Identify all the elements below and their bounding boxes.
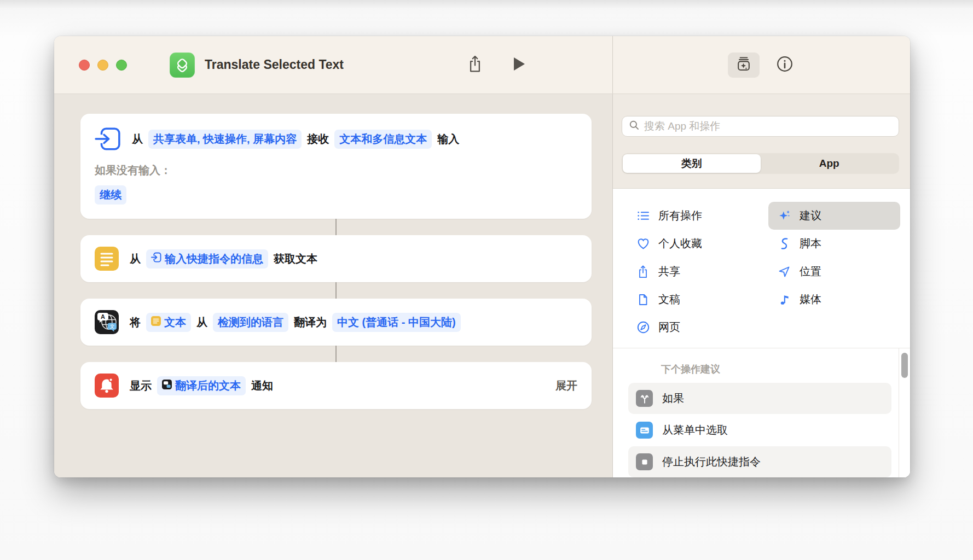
category-all-actions[interactable]: 所有操作 [636, 202, 768, 230]
next-action-suggestions: 下个操作建议 如果 [613, 348, 910, 477]
action-card-show-notification[interactable]: 显示 翻译后的文本 通知 展开 [80, 362, 592, 409]
category-location[interactable]: 位置 [768, 258, 900, 285]
shortcut-input-variable-token[interactable]: 输入快捷指令的信息 [146, 249, 268, 269]
category-media[interactable]: 媒体 [768, 285, 900, 313]
search-input[interactable] [644, 120, 892, 132]
sidebar-search-section: 类别 App [613, 94, 910, 189]
translated-text-variable-token[interactable]: 翻译后的文本 [157, 376, 246, 395]
variable-label: 输入快捷指令的信息 [165, 252, 263, 266]
action-text: 显示 [130, 378, 152, 393]
stop-shortcut-icon [636, 453, 653, 470]
category-web[interactable]: 网页 [636, 313, 768, 341]
category-suggestions[interactable]: 建议 [768, 202, 900, 230]
window-content: 从 共享表单, 快速操作, 屏幕内容 接收 文本和多信息文本 输入 如果没有输入… [54, 94, 910, 477]
text-variable-token[interactable]: 文本 [146, 313, 191, 332]
action-card-get-text[interactable]: 从 输入快捷指令的信息 [80, 235, 592, 282]
action-text: 接收 [307, 132, 329, 147]
svg-text:A: A [101, 313, 105, 320]
mini-shortcut-input-icon [151, 252, 161, 265]
web-compass-icon [636, 320, 650, 335]
variable-label: 文本 [164, 315, 186, 330]
share-icon [467, 55, 483, 75]
action-library-icon [735, 56, 752, 74]
expand-button[interactable]: 展开 [555, 378, 577, 393]
text-icon [95, 247, 119, 271]
category-label: 个人收藏 [658, 236, 702, 251]
library-tabs: 类别 App [622, 153, 899, 174]
titlebar-left: Translate Selected Text [54, 36, 613, 94]
if-icon [636, 390, 653, 407]
category-list: 所有操作 个人收藏 [613, 189, 910, 348]
input-types-token[interactable]: 文本和多信息文本 [334, 130, 432, 149]
translate-icon: A 文 [95, 310, 119, 334]
suggestion-if[interactable]: 如果 [628, 383, 891, 414]
scripting-icon [777, 237, 791, 251]
search-icon [629, 120, 640, 133]
action-text: 从 [132, 132, 143, 147]
tab-categories[interactable]: 类别 [623, 154, 761, 173]
variable-label: 翻译后的文本 [175, 378, 241, 393]
tab-apps[interactable]: App [761, 154, 899, 173]
run-shortcut-button[interactable] [512, 56, 526, 73]
category-label: 所有操作 [658, 208, 702, 223]
category-label: 文稿 [658, 292, 680, 307]
action-card-receive-input[interactable]: 从 共享表单, 快速操作, 屏幕内容 接收 文本和多信息文本 输入 如果没有输入… [80, 114, 592, 219]
shortcuts-app-icon [170, 52, 195, 78]
category-documents[interactable]: 文稿 [636, 285, 768, 313]
category-label: 建议 [800, 208, 821, 223]
suggestion-stop-shortcut[interactable]: 停止执行此快捷指令 [628, 446, 891, 477]
no-input-behavior-token[interactable]: 继续 [95, 185, 126, 205]
suggestions-sparkle-icon [777, 209, 791, 223]
action-text: 翻译为 [294, 315, 327, 330]
mini-translate-icon [162, 380, 172, 392]
scrollbar-track[interactable] [899, 348, 910, 477]
action-text: 输入 [437, 132, 459, 147]
shortcut-editor: 从 共享表单, 快速操作, 屏幕内容 接收 文本和多信息文本 输入 如果没有输入… [54, 94, 613, 477]
category-label: 媒体 [800, 292, 821, 307]
no-input-label: 如果没有输入： [95, 163, 577, 178]
action-text: 通知 [251, 378, 273, 393]
action-card-translate[interactable]: A 文 将 [80, 299, 592, 346]
notification-bell-icon [95, 374, 119, 398]
category-label: 位置 [800, 264, 821, 279]
all-actions-icon [636, 209, 650, 223]
category-label: 脚本 [800, 236, 821, 251]
action-text: 从 [196, 315, 207, 330]
scrollbar-thumb[interactable] [901, 353, 908, 378]
choose-from-menu-icon [636, 422, 653, 439]
search-field[interactable] [622, 116, 899, 137]
media-note-icon [777, 293, 791, 307]
shortcut-details-button[interactable] [774, 54, 796, 76]
play-icon [512, 56, 526, 73]
minimize-button[interactable] [97, 60, 108, 71]
zoom-button[interactable] [116, 60, 127, 71]
target-language-token[interactable]: 中文 (普通话 - 中国大陆) [332, 313, 461, 332]
window-title: Translate Selected Text [205, 57, 344, 72]
action-library-sidebar: 类别 App 所有操作 [613, 94, 910, 477]
category-label: 网页 [658, 320, 680, 335]
location-icon [777, 265, 791, 279]
input-sources-token[interactable]: 共享表单, 快速操作, 屏幕内容 [148, 130, 302, 149]
suggestion-choose-from-menu[interactable]: 从菜单中选取 [628, 415, 891, 446]
source-language-token[interactable]: 检测到的语言 [213, 313, 288, 332]
mini-text-icon [151, 316, 161, 329]
action-connector [335, 282, 337, 299]
action-connector [335, 346, 337, 362]
share-button[interactable] [467, 55, 483, 75]
titlebar: Translate Selected Text [54, 36, 910, 94]
category-favorites[interactable]: 个人收藏 [636, 230, 768, 258]
desktop-background: Translate Selected Text [0, 0, 973, 560]
close-button[interactable] [79, 60, 90, 71]
traffic-lights [79, 60, 127, 71]
action-text: 从 [130, 252, 141, 266]
action-text: 获取文本 [274, 252, 317, 266]
suggestion-label: 如果 [662, 391, 684, 406]
share-icon [636, 265, 650, 279]
shortcut-input-icon [95, 127, 121, 151]
category-scripting[interactable]: 脚本 [768, 230, 900, 258]
action-library-toggle[interactable] [728, 52, 760, 78]
action-text: 将 [130, 315, 141, 330]
shortcuts-window: Translate Selected Text [54, 36, 910, 477]
category-sharing[interactable]: 共享 [636, 258, 768, 285]
suggestion-label: 停止执行此快捷指令 [662, 454, 761, 469]
